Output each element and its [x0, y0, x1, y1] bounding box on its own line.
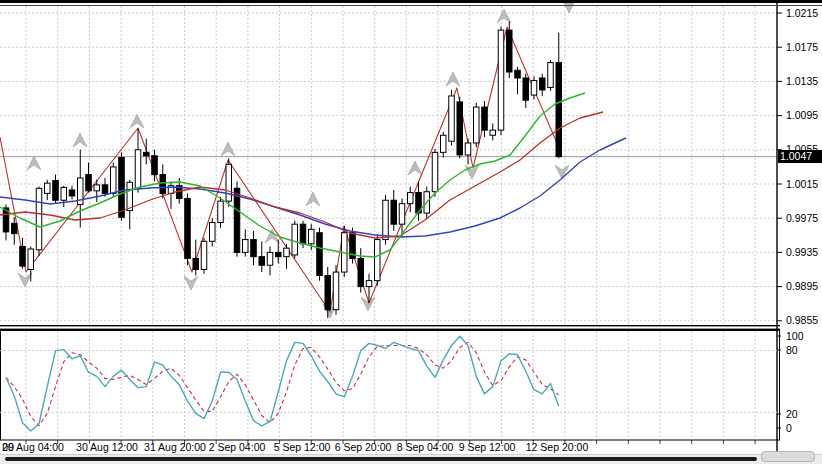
window-top-border — [0, 0, 822, 3]
pane-separator-line — [0, 325, 780, 326]
main-chart-pane[interactable] — [0, 5, 777, 325]
window-bottom-border — [5, 457, 757, 461]
price-axis[interactable] — [777, 0, 822, 440]
scrollbar-thumb[interactable] — [761, 451, 815, 462]
indicator-pane[interactable] — [0, 330, 777, 440]
chart-frame-top-line — [0, 5, 822, 6]
current-price-badge: 1.0047 — [778, 150, 822, 163]
trading-chart-window: 1.02151.01751.01351.00951.00551.00150.99… — [0, 0, 822, 464]
